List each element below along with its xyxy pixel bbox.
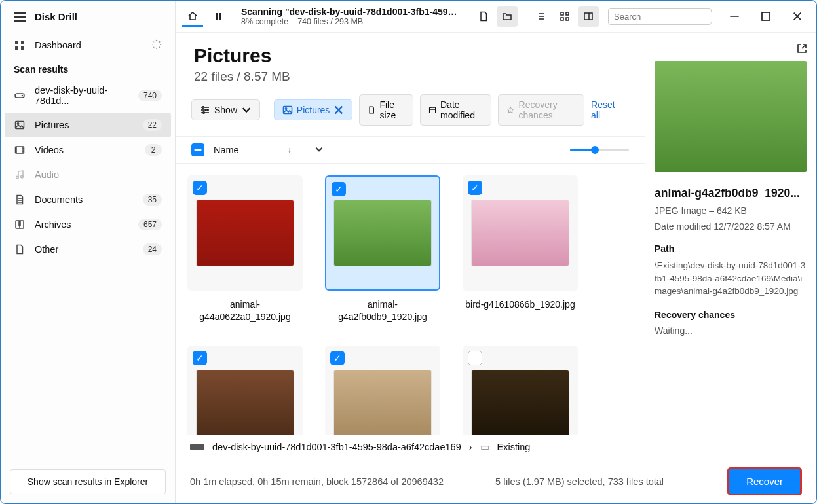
sort-arrow-icon[interactable]: ↓ (288, 145, 292, 154)
file-card[interactable]: animal-g4a2fb0db9_1920.jpg (325, 175, 440, 323)
svg-rect-1 (21, 41, 24, 44)
filter-recovery[interactable]: Recovery chances (498, 94, 584, 126)
list-view-button[interactable] (531, 6, 552, 27)
svg-rect-22 (561, 12, 563, 15)
file-checkbox[interactable] (193, 181, 207, 195)
sidebar-item-archives[interactable]: Archives 657 (1, 212, 175, 237)
file-icon (368, 105, 375, 115)
calendar-icon (428, 105, 436, 115)
select-all-checkbox[interactable] (191, 143, 204, 156)
file-card[interactable]: bird-g41610866b_1920.jpg (463, 175, 578, 323)
minimize-button[interactable] (722, 7, 747, 26)
filter-bar: Show Pictures File size (176, 84, 645, 136)
panel-view-button[interactable] (578, 6, 599, 27)
sidebar-item-pictures[interactable]: Pictures 22 (5, 113, 171, 137)
svg-point-7 (159, 46, 160, 48)
scan-subtitle: 8% complete – 740 files / 293 MB (241, 17, 457, 26)
sidebar-item-videos[interactable]: Videos 2 (1, 137, 175, 162)
svg-point-4 (156, 39, 158, 41)
column-header: Name ↓ (176, 136, 645, 164)
search-input[interactable] (614, 12, 724, 22)
file-icon (14, 243, 26, 255)
thumbnail (472, 370, 569, 435)
file-card[interactable] (463, 346, 578, 435)
menu-icon[interactable] (14, 12, 26, 22)
home-button[interactable] (182, 6, 203, 27)
detail-title: animal-g4a2fb0db9_1920... (655, 187, 807, 200)
zoom-slider[interactable] (570, 149, 629, 151)
thumbnail (472, 200, 569, 266)
search-field[interactable] (608, 8, 712, 25)
sidebar-label: Videos (35, 145, 136, 155)
pause-button[interactable] (208, 6, 229, 27)
sidebar-label: Archives (35, 219, 129, 230)
detail-path: \Existing\dev-disk-by-uuid-78d1d001-3fb1… (655, 259, 807, 298)
filter-filesize[interactable]: File size (359, 94, 413, 126)
sidebar-count: 657 (138, 219, 162, 230)
svg-rect-24 (561, 18, 563, 20)
disk-icon (190, 444, 204, 450)
sidebar-count: 22 (143, 119, 162, 131)
document-icon (14, 194, 26, 206)
sidebar-item-documents[interactable]: Documents 35 (1, 187, 175, 212)
close-icon[interactable] (333, 105, 344, 115)
filter-date[interactable]: Date modified (420, 94, 492, 126)
detail-recovery: Waiting... (655, 325, 807, 336)
chip-label: Show (214, 105, 237, 115)
svg-rect-34 (429, 107, 435, 113)
new-file-button[interactable] (473, 6, 494, 27)
column-name[interactable]: Name (214, 145, 239, 155)
spinner-icon (151, 39, 162, 52)
scan-title: Scanning "dev-disk-by-uuid-78d1d001-3fb1… (241, 7, 457, 17)
topbar: Scanning "dev-disk-by-uuid-78d1d001-3fb1… (176, 1, 816, 33)
sidebar-label: Audio (35, 170, 162, 180)
detail-type: JPEG Image – 642 KB (655, 206, 807, 216)
svg-rect-23 (566, 12, 569, 15)
svg-point-31 (203, 112, 205, 114)
thumbnail (197, 200, 294, 266)
sidebar-item-dashboard[interactable]: Dashboard (1, 33, 175, 58)
recover-button[interactable]: Recover (727, 467, 802, 495)
svg-point-18 (21, 175, 24, 178)
sidebar-label: Documents (35, 194, 134, 205)
chevron-down-icon[interactable] (314, 144, 324, 156)
breadcrumb-folder[interactable]: Existing (497, 442, 531, 452)
filter-pictures[interactable]: Pictures (274, 99, 353, 120)
chevron-down-icon (241, 105, 252, 115)
reset-all-link[interactable]: Reset all (591, 99, 629, 120)
file-card[interactable] (187, 346, 303, 435)
file-checkbox[interactable] (468, 181, 482, 195)
archive-icon (14, 219, 26, 230)
sidebar-count: 740 (138, 90, 162, 101)
details-panel: animal-g4a2fb0db9_1920... JPEG Image – 6… (645, 33, 816, 459)
chip-label: File size (379, 99, 405, 120)
svg-point-8 (156, 48, 157, 49)
file-checkbox[interactable] (468, 351, 482, 365)
file-card[interactable]: animal-g44a0622a0_1920.jpg (187, 175, 303, 323)
chevron-right-icon: › (469, 442, 472, 452)
breadcrumb-disk[interactable]: dev-disk-by-uuid-78d1d001-3fb1-4595-98da… (212, 442, 461, 452)
sidebar-section-scan: Scan results (1, 58, 175, 79)
sidebar-item-disk[interactable]: dev-disk-by-uuid-78d1d... 740 (1, 79, 175, 113)
show-dropdown[interactable]: Show (191, 99, 260, 120)
svg-point-13 (22, 95, 22, 96)
svg-rect-14 (16, 122, 24, 129)
thumbnail (197, 370, 294, 435)
file-checkbox[interactable] (332, 182, 346, 196)
sidebar-count: 24 (143, 243, 162, 255)
page-title: Pictures (194, 45, 626, 67)
disk-icon (14, 90, 26, 101)
grid-view-button[interactable] (554, 6, 575, 27)
maximize-button[interactable] (753, 7, 778, 26)
folder-button[interactable] (497, 6, 518, 27)
sidebar-item-audio[interactable]: Audio (1, 162, 175, 187)
sliders-icon (200, 105, 210, 115)
file-card[interactable] (325, 346, 440, 435)
file-checkbox[interactable] (193, 351, 207, 365)
file-checkbox[interactable] (330, 351, 345, 365)
sidebar-item-other[interactable]: Other 24 (1, 237, 175, 262)
show-in-explorer-button[interactable]: Show scan results in Explorer (10, 469, 166, 494)
popout-icon[interactable] (797, 43, 807, 56)
close-button[interactable] (785, 7, 810, 26)
svg-rect-26 (584, 13, 592, 20)
